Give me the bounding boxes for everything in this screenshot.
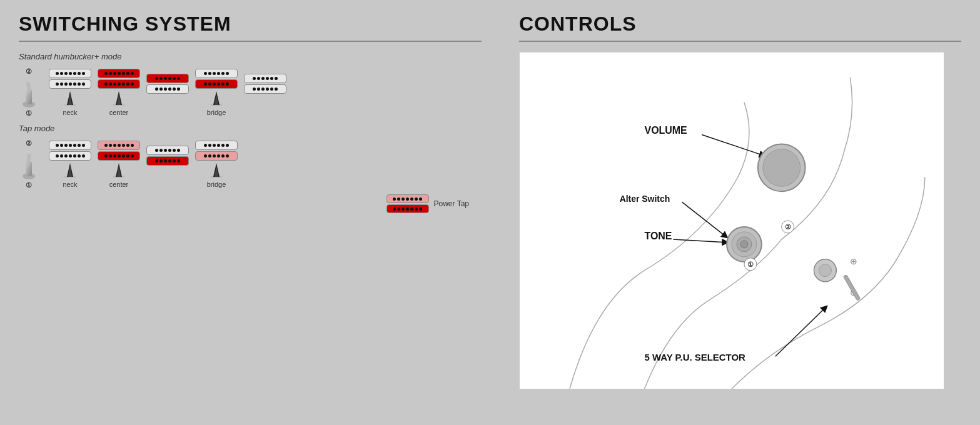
bridge1-bottom-white [146,84,189,94]
bridge-pickup-icon [207,89,226,106]
neck-label: neck [63,109,77,116]
tap-neck-section: neck [49,141,91,188]
standard-switch-group: ② ① [19,68,39,118]
bridge1-top-red [146,74,189,83]
neck-bottom-white [49,79,91,89]
center-pickup-icon [109,89,128,106]
volume-text: VOLUME [645,125,687,136]
tap-bridge1-section [146,146,189,183]
switch-num-2: ② [26,68,32,76]
switch-num-1: ① [26,109,32,118]
standard-bridge1-section [146,74,189,111]
tone-text: TONE [645,231,672,241]
standard-mode-section: Standard humbucker+ mode ② ① [19,52,482,118]
controls-panel: CONTROLS VOLUME Alter Switch TONE [500,0,980,425]
switching-system-title: SWITCHING SYSTEM [19,12,482,36]
svg-point-32 [740,241,748,248]
center-top-red [98,69,140,78]
tap-bridge2-section: bridge [195,141,238,188]
bridge-label: bridge [207,109,226,116]
legend: Power Tap [19,194,482,213]
controls-diagram: VOLUME Alter Switch TONE ① ② [519,52,944,389]
neck-top-white [49,69,91,78]
tap-neck-label: neck [63,181,77,188]
controls-svg: VOLUME Alter Switch TONE ① ② [520,52,944,389]
tap-bridge-label: bridge [207,181,226,188]
svg-point-26 [763,149,801,186]
tap-center-icon [109,161,128,178]
bridge2-top-white [195,69,238,78]
tap-bridge-icon [207,161,226,178]
standard-mode-label: Standard humbucker+ mode [19,52,482,61]
bridge3-top-white [244,74,286,83]
controls-divider [519,41,961,42]
svg-point-38 [819,264,831,277]
title-divider [19,41,482,42]
svg-line-28 [673,239,725,242]
tap-mode-label: Tap mode [19,124,482,133]
toggle-switch-standard [19,77,39,108]
tap-switch-group: ② ① [19,139,39,189]
svg-line-42 [775,308,826,356]
tap-switch-num-2: ② [26,139,32,148]
controls-title: CONTROLS [519,12,961,36]
svg-text:⊕: ⊕ [850,256,857,266]
standard-center-section: center [98,69,140,116]
center-label: center [109,109,129,116]
svg-text:②: ② [785,223,791,231]
svg-text:①: ① [747,261,754,268]
tap-mode-section: Tap mode ② ① [19,124,482,213]
alter-switch-text: Alter Switch [620,194,670,204]
standard-neck-section: neck [49,69,91,116]
standard-bridge2-section: bridge [195,69,238,116]
selector-text: 5 WAY P.U. SELECTOR [645,352,746,362]
tap-switch-num-1: ① [26,181,32,189]
switching-system-panel: SWITCHING SYSTEM Standard humbucker+ mod… [0,0,500,425]
standard-bridge3-section [244,74,286,111]
neck-pickup-icon [61,89,79,106]
tap-center-label: center [109,181,129,188]
tap-center-section: center [98,141,140,188]
svg-line-24 [702,135,763,156]
svg-line-27 [682,202,725,236]
center-bottom-red [98,79,140,89]
tap-neck-icon [61,161,79,178]
bridge3-bottom-white [244,84,286,94]
bridge2-bottom-red [195,79,238,89]
power-tap-label: Power Tap [434,199,469,208]
toggle-switch-tap [19,149,39,180]
